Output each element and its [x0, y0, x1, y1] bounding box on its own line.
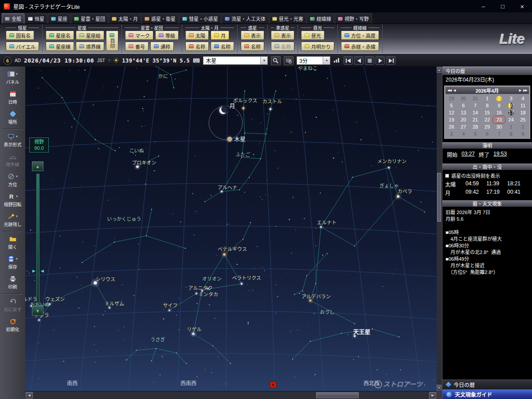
- ribbon-button-方位・高度[interactable]: 方位・高度: [341, 31, 379, 40]
- calendar-day-21[interactable]: 21: [469, 116, 481, 123]
- skip-to-start-button[interactable]: [344, 56, 353, 65]
- ribbon-button-月明かり[interactable]: 月明かり: [301, 42, 334, 51]
- ribbon-button-星座名[interactable]: 星座名: [46, 31, 74, 40]
- calendar-day-18[interactable]: 18: [517, 109, 529, 116]
- calendar-day-29[interactable]: 29: [481, 123, 493, 130]
- calendar-day-26[interactable]: 26: [446, 123, 458, 130]
- tab-全般[interactable]: 全般: [2, 13, 24, 23]
- calendar-day-7[interactable]: 7: [469, 102, 481, 109]
- calendar-day-9[interactable]: 9: [517, 130, 529, 137]
- keyboard-icon[interactable]: [193, 57, 200, 65]
- calendar-day-14[interactable]: 14: [469, 109, 481, 116]
- magnitude-limit[interactable]: 5.5: [180, 58, 190, 64]
- star-サイフ[interactable]: [168, 309, 172, 313]
- tab-流星・人工天体[interactable]: 流星・人工天体: [222, 13, 269, 23]
- sidebar-item-日時[interactable]: 日時: [0, 88, 25, 108]
- calendar-day-29[interactable]: 29: [446, 95, 458, 102]
- tab-視野・写野[interactable]: 視野・写野: [335, 13, 372, 23]
- calendar-day-6[interactable]: 6: [458, 102, 469, 109]
- ribbon-button-名称[interactable]: 名称: [185, 42, 209, 51]
- calendar-day-10[interactable]: 10: [505, 102, 517, 109]
- calendar-day-19[interactable]: 19: [446, 116, 458, 123]
- ribbon-button-表示[interactable]: 表示: [241, 31, 264, 40]
- calendar-day-17[interactable]: 17: [505, 109, 517, 116]
- ribbon-button-マーク[interactable]: マーク: [125, 31, 153, 40]
- ribbon-button-太陽[interactable]: 太陽: [185, 31, 209, 40]
- ribbon-button-月[interactable]: 月: [211, 31, 229, 40]
- select-arrow-icon[interactable]: ▼: [260, 57, 267, 64]
- star-エルナト[interactable]: [319, 225, 323, 229]
- sidebar-item-初期化[interactable]: 初期化: [0, 315, 25, 335]
- calendar-day-8[interactable]: 8: [481, 102, 493, 109]
- star-カストル[interactable]: [268, 106, 273, 111]
- scroll-left-icon[interactable]: ◀: [26, 392, 33, 399]
- star-ベテルギウス[interactable]: [221, 251, 227, 258]
- jupiter-icon[interactable]: [226, 136, 234, 143]
- calendar-day-31[interactable]: 31: [469, 95, 481, 102]
- calendar-day-1[interactable]: 1: [505, 123, 517, 130]
- tab-太陽・月[interactable]: 太陽・月: [109, 13, 141, 23]
- calendar-day-2[interactable]: 2: [517, 123, 529, 130]
- calendar-day-1[interactable]: 1: [481, 95, 493, 102]
- object-list-button[interactable]: [284, 56, 293, 65]
- calendar-day-15[interactable]: 15: [481, 109, 493, 116]
- sky-chart-area[interactable]: かにやまねここいぬふたごぎょしゃいっかくじゅうオリオンおおいぬおうしうさぎポルッ…: [25, 66, 437, 391]
- calendar-day-11[interactable]: 11: [517, 102, 529, 109]
- tab-星雲・星団[interactable]: 星雲・星団: [71, 13, 108, 23]
- fov-slider[interactable]: ▶◀: [36, 174, 39, 303]
- twilight-end-link[interactable]: 19:53: [493, 151, 507, 158]
- ribbon-button-星座線[interactable]: 星座線: [46, 42, 74, 51]
- calendar-prev-year-button[interactable]: ◀◀: [447, 89, 451, 92]
- azimuth-marker[interactable]: [270, 382, 276, 388]
- ribbon-button-赤経・赤緯[interactable]: 赤経・赤緯: [341, 42, 379, 51]
- planet-riseset-checkbox-row[interactable]: 惑星の出没時刻を表示: [442, 170, 532, 180]
- calendar-day-23[interactable]: 23: [493, 116, 505, 123]
- sidebar-item-パネル[interactable]: ▼パネル: [0, 68, 25, 88]
- calendar-day-5[interactable]: 5: [469, 130, 481, 137]
- tab-昼光・光害[interactable]: 昼光・光害: [269, 13, 306, 23]
- calendar-day-30[interactable]: 30: [458, 95, 469, 102]
- select-arrow-icon[interactable]: ▼: [323, 57, 330, 64]
- calendar-day-12[interactable]: 12: [446, 109, 458, 116]
- sidebar-item-印刷[interactable]: 印刷: [0, 273, 25, 293]
- ribbon-button-名称[interactable]: 名称: [211, 42, 234, 51]
- zoom-out-button[interactable]: ▼: [32, 306, 43, 316]
- star-アルニタク[interactable]: [194, 291, 199, 296]
- calendar-day-20[interactable]: 20: [458, 116, 469, 123]
- tab-惑星・衛星[interactable]: 惑星・衛星: [141, 13, 179, 23]
- calendar-day-8[interactable]: 8: [505, 130, 517, 137]
- zoom-in-button[interactable]: ▲: [32, 161, 43, 171]
- calendar-day-4[interactable]: 4: [458, 130, 469, 137]
- calendar-day-25[interactable]: 25: [517, 116, 529, 123]
- calendar-day-5[interactable]: 5: [446, 102, 458, 109]
- skip-to-end-button[interactable]: [386, 56, 395, 65]
- play-button[interactable]: [376, 56, 385, 65]
- calendar-prev-month-button[interactable]: ◀: [454, 89, 455, 92]
- minimize-button[interactable]: –: [473, 0, 493, 12]
- calendar-day-3[interactable]: 3: [446, 130, 458, 137]
- checkbox-icon[interactable]: [445, 174, 449, 178]
- star-アダラ[interactable]: [37, 318, 41, 322]
- panel-item-今日の暦[interactable]: 今日の暦: [442, 379, 532, 389]
- star-ポルックス[interactable]: [241, 106, 246, 111]
- star-メンカリナン[interactable]: [387, 165, 391, 170]
- calendar-day-22[interactable]: 22: [481, 116, 493, 123]
- step-back-button[interactable]: [354, 56, 364, 65]
- star-chart[interactable]: かにやまねここいぬふたごぎょしゃいっかくじゅうオリオンおおいぬおうしうさぎポルッ…: [25, 66, 437, 391]
- ribbon-button-通称[interactable]: 通称: [150, 42, 174, 51]
- tab-恒星[interactable]: 恒星: [25, 13, 47, 23]
- tab-経緯線[interactable]: 経緯線: [307, 13, 334, 23]
- sidebar-item-表示形式[interactable]: ▼表示形式: [0, 130, 25, 150]
- horizontal-scroll-thumb[interactable]: [316, 392, 359, 398]
- target-select[interactable]: 木星 ▼: [203, 56, 268, 65]
- vertical-scroll-thumb[interactable]: [437, 173, 441, 222]
- search-button[interactable]: [271, 56, 281, 65]
- calendar-day-4[interactable]: 4: [517, 95, 529, 102]
- sidebar-item-視野回転[interactable]: R▼視野回転: [0, 190, 25, 210]
- star-ベラトリクス[interactable]: [239, 282, 244, 286]
- ribbon-button-バイエル[interactable]: バイエル: [6, 42, 39, 51]
- ribbon-button-固有名[interactable]: 固有名: [6, 31, 34, 40]
- calendar-next-year-button[interactable]: ▶▶: [523, 89, 527, 92]
- ribbon-button-番号[interactable]: 番号: [125, 42, 149, 51]
- sidebar-item-開く[interactable]: 開く: [0, 233, 25, 253]
